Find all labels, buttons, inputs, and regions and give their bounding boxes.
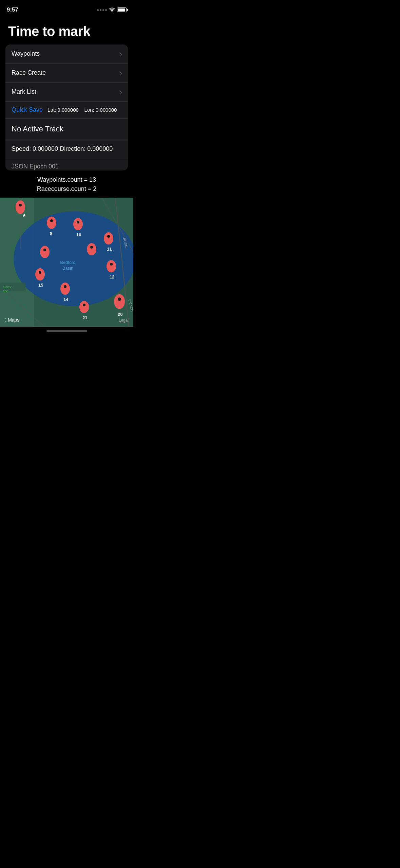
racecourse-count: Racecourse.count = 2 bbox=[7, 184, 127, 194]
mark-list-row[interactable]: Mark List › bbox=[5, 83, 128, 102]
waypoints-count: Waypoints.count = 13 bbox=[7, 175, 127, 184]
speed-direction-label: Speed: 0.000000 Direction: 0.000000 bbox=[12, 145, 113, 152]
svg-text:12: 12 bbox=[110, 274, 114, 279]
lat-label: Lat: bbox=[47, 107, 56, 113]
quick-save-button[interactable]: Quick Save bbox=[12, 106, 43, 113]
svg-text:6: 6 bbox=[23, 213, 25, 218]
signal-icon bbox=[97, 9, 107, 11]
status-icons bbox=[97, 7, 127, 13]
speed-direction-row: Speed: 0.000000 Direction: 0.000000 bbox=[5, 140, 128, 158]
map-container[interactable]: Bedford Basin BURN VICTOR ⊕ock ark 6 8 bbox=[0, 198, 133, 327]
json-label: JSON Epoch 001 bbox=[12, 163, 59, 170]
battery-icon bbox=[117, 7, 127, 12]
svg-point-23 bbox=[77, 221, 79, 223]
waypoints-row[interactable]: Waypoints › bbox=[5, 44, 128, 64]
status-bar: 9:57 bbox=[0, 0, 133, 17]
svg-point-37 bbox=[110, 263, 113, 266]
json-info-row: JSON Epoch 001 bbox=[5, 158, 128, 170]
map-svg: Bedford Basin BURN VICTOR ⊕ock ark 6 8 bbox=[0, 198, 133, 327]
maps-label: Maps bbox=[8, 317, 19, 323]
waypoints-label: Waypoints bbox=[12, 50, 40, 57]
apple-logo-icon:  bbox=[5, 317, 6, 323]
legal-link[interactable]: Legal bbox=[119, 318, 129, 323]
status-time: 9:57 bbox=[7, 6, 18, 13]
race-create-chevron-icon: › bbox=[120, 70, 122, 76]
svg-point-15 bbox=[19, 204, 22, 206]
map-attribution:  Maps bbox=[5, 317, 19, 323]
race-create-row[interactable]: Race Create › bbox=[5, 64, 128, 83]
lat-value: 0.000000 bbox=[57, 107, 79, 113]
svg-point-41 bbox=[39, 271, 41, 274]
svg-point-34 bbox=[90, 246, 93, 249]
lon-value: Lon: 0.000000 bbox=[84, 107, 117, 113]
svg-text:14: 14 bbox=[63, 297, 69, 302]
menu-card: Waypoints › Race Create › Mark List › Qu… bbox=[5, 44, 128, 170]
stats-bar: Waypoints.count = 13 Racecourse.count = … bbox=[0, 170, 133, 198]
svg-text:⊕ock: ⊕ock bbox=[3, 285, 12, 289]
svg-point-31 bbox=[43, 249, 46, 251]
quick-save-row[interactable]: Quick Save Lat: 0.000000 Lon: 0.000000 bbox=[5, 102, 128, 119]
svg-text:ark: ark bbox=[3, 289, 8, 293]
no-active-track-row: No Active Track bbox=[5, 119, 128, 140]
lat-lon-display: Lat: 0.000000 Lon: 0.000000 bbox=[47, 106, 117, 113]
svg-point-45 bbox=[64, 285, 66, 288]
mark-list-chevron-icon: › bbox=[120, 89, 122, 95]
svg-text:15: 15 bbox=[38, 283, 43, 288]
race-create-label: Race Create bbox=[12, 69, 46, 76]
mark-list-label: Mark List bbox=[12, 88, 36, 95]
page-title: Time to mark bbox=[0, 17, 133, 44]
home-bar bbox=[46, 330, 87, 332]
svg-point-53 bbox=[118, 297, 121, 301]
svg-text:11: 11 bbox=[107, 247, 112, 252]
svg-text:Basin: Basin bbox=[62, 266, 74, 271]
svg-text:Bedford: Bedford bbox=[60, 260, 76, 265]
no-active-track-label: No Active Track bbox=[12, 125, 63, 133]
svg-point-49 bbox=[83, 304, 85, 306]
svg-point-27 bbox=[107, 235, 110, 238]
svg-text:21: 21 bbox=[82, 315, 87, 320]
wifi-icon bbox=[109, 7, 115, 13]
waypoints-chevron-icon: › bbox=[120, 51, 122, 57]
svg-text:20: 20 bbox=[118, 312, 122, 317]
svg-point-19 bbox=[50, 219, 53, 222]
svg-text:10: 10 bbox=[76, 232, 81, 237]
home-indicator bbox=[0, 327, 133, 334]
svg-text:8: 8 bbox=[50, 231, 52, 236]
